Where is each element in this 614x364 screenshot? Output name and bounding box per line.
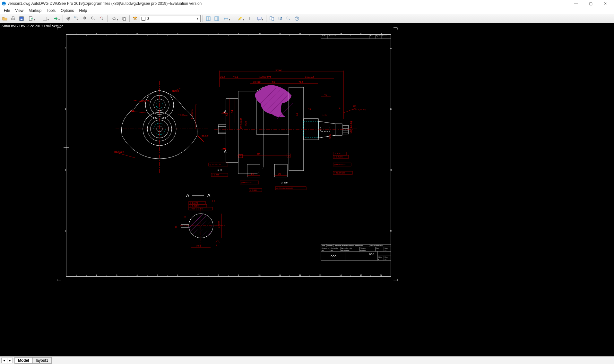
help-button[interactable]: ? [293, 15, 300, 22]
svg-point-32 [281, 17, 282, 18]
svg-text:2: 2 [96, 274, 97, 276]
minimize-button[interactable]: — [568, 0, 583, 7]
copy-button[interactable] [120, 15, 127, 22]
layer-combo[interactable]: ▼ [140, 15, 201, 22]
svg-text:Approved by - date: Approved by - date [341, 247, 352, 249]
svg-text:Title/Name, designation, mater: Title/Name, designation, material, dimen… [334, 245, 363, 246]
duplicate-button[interactable] [268, 15, 275, 22]
svg-text:⟂ 0.008: ⟂ 0.008 [212, 174, 219, 176]
svg-text:1/1: 1/1 [385, 258, 386, 260]
svg-text:R11: R11 [130, 110, 134, 113]
svg-text:RevNo: RevNo [322, 35, 326, 37]
drawing-svg: 1122334455667788991010111112121313141415… [0, 23, 456, 286]
open-button[interactable] [1, 15, 8, 22]
selection-button[interactable] [109, 15, 119, 22]
drawing-canvas[interactable]: AutoDWG DWGSee 2019 Trial Version 112233… [0, 23, 614, 356]
svg-rect-1 [12, 18, 15, 20]
dimension-button[interactable] [221, 15, 231, 22]
menu-markup[interactable]: Markup [26, 8, 44, 13]
layer-input[interactable] [147, 16, 195, 21]
svg-text:1:10: 1:10 [322, 113, 327, 116]
svg-text:xxx: xxx [331, 250, 333, 251]
svg-text:B: B [216, 244, 217, 246]
svg-line-250 [188, 211, 221, 244]
svg-text:R25: R25 [244, 121, 247, 126]
menu-help[interactable]: Help [77, 8, 90, 13]
save-button[interactable] [18, 15, 25, 22]
tab-bar: ◄ ► Model layout1 [0, 356, 614, 364]
close-button[interactable]: ✕ [598, 0, 613, 7]
svg-text:◎ 0.10 M: ◎ 0.10 M [190, 202, 198, 204]
svg-text:2-R: 2-R [218, 168, 222, 171]
zoom-window-button[interactable] [73, 15, 80, 22]
svg-text:A: A [390, 47, 392, 49]
svg-text:51: 51 [272, 80, 275, 83]
grid-small-button[interactable] [213, 15, 220, 22]
settings-levels-button[interactable] [277, 15, 284, 22]
svg-rect-6 [43, 17, 47, 20]
layer-manager-button[interactable] [132, 15, 139, 22]
menu-view[interactable]: View [13, 8, 26, 13]
svg-rect-36 [66, 35, 391, 276]
svg-rect-14 [123, 18, 125, 21]
svg-text:R3: R3 [353, 105, 357, 108]
svg-text:44: 44 [296, 113, 298, 116]
svg-text:23.5: 23.5 [220, 75, 225, 78]
svg-text:Quantity: Quantity [327, 245, 333, 246]
tab-scroll-left[interactable]: ◄ [1, 358, 7, 363]
svg-point-12 [113, 18, 116, 20]
svg-text:16: 16 [380, 274, 382, 276]
svg-text:Designed by: Designed by [322, 247, 329, 249]
grid-large-button[interactable] [205, 15, 212, 22]
svg-text:C: C [240, 155, 241, 157]
separator [233, 15, 233, 22]
tab-layout1[interactable]: layout1 [32, 357, 52, 364]
svg-text:5: 5 [157, 32, 158, 34]
svg-text:29: 29 [278, 173, 281, 175]
pen-button[interactable] [235, 15, 245, 22]
separator [107, 15, 108, 22]
find-button[interactable] [285, 15, 292, 22]
svg-text:100±0.075: 100±0.075 [259, 75, 272, 78]
svg-text:R30.35: R30.35 [141, 100, 150, 103]
svg-text:xxx: xxx [322, 250, 324, 251]
svg-text:⌖ Ø0.04 C-D: ⌖ Ø0.04 C-D [334, 172, 345, 174]
svg-text:R25: R25 [180, 114, 185, 117]
svg-text:A: A [207, 193, 211, 198]
svg-text:7: 7 [197, 32, 199, 34]
zoom-in-button[interactable] [82, 15, 89, 22]
svg-line-254 [193, 216, 227, 250]
svg-rect-265 [321, 244, 391, 260]
svg-text:B: B [390, 108, 392, 110]
svg-text:D: D [390, 230, 392, 232]
svg-text:9: 9 [238, 274, 239, 276]
maximize-button[interactable]: ▢ [583, 0, 598, 7]
export-button[interactable] [26, 15, 36, 22]
zoom-extents-button[interactable] [98, 15, 105, 22]
print-button[interactable] [10, 15, 17, 22]
svg-text:11: 11 [279, 32, 281, 34]
menu-tools[interactable]: Tools [44, 8, 58, 13]
separator [38, 15, 38, 22]
svg-text:◎ Ø0.02 C-D: ◎ Ø0.02 C-D [210, 164, 221, 165]
svg-text:4: 4 [136, 32, 138, 34]
tab-scroll-right[interactable]: ► [7, 358, 13, 363]
svg-rect-2 [12, 17, 14, 18]
menu-options[interactable]: Options [58, 8, 76, 13]
text-button[interactable]: T [246, 15, 253, 22]
tab-model[interactable]: Model [14, 357, 33, 364]
svg-text:⫽ 0.20: ⫽ 0.20 [334, 153, 341, 155]
svg-point-0 [2, 2, 6, 5]
svg-text:Ø29: Ø29 [328, 133, 331, 139]
svg-point-30 [278, 17, 279, 18]
comment-button[interactable] [255, 15, 264, 22]
zoom-out-button[interactable] [90, 15, 97, 22]
svg-text:15: 15 [360, 32, 362, 34]
svg-text:50: 50 [257, 152, 260, 155]
svg-text:3: 3 [116, 274, 117, 276]
menu-file[interactable]: File [1, 8, 13, 13]
arrow-right-button[interactable] [51, 15, 61, 22]
svg-text:29: 29 [251, 173, 254, 175]
pan-button[interactable] [65, 15, 72, 22]
window-layout-button[interactable] [40, 15, 50, 22]
